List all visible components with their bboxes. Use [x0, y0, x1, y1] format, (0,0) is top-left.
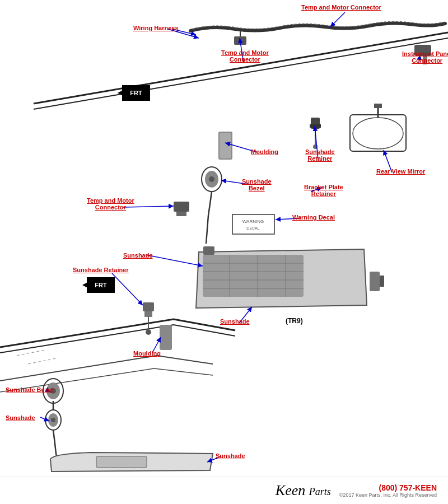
svg-rect-34	[232, 214, 274, 234]
svg-rect-22	[176, 212, 186, 216]
svg-rect-13	[220, 133, 231, 158]
svg-text:DECAL: DECAL	[246, 226, 259, 230]
label-moulding-top[interactable]: Moulding	[251, 148, 278, 155]
label-warning-decal[interactable]: Warning Decal	[292, 214, 335, 221]
svg-rect-31	[370, 272, 380, 291]
svg-rect-42	[143, 302, 154, 311]
svg-point-52	[51, 418, 55, 422]
label-moulding-bottom[interactable]: Moulding	[133, 350, 161, 357]
diagram-container: FRT	[0, 0, 448, 504]
label-temp-motor-connector-top[interactable]: Temp and Motor Connector	[301, 4, 381, 11]
label-sunshade-bezel-bottom[interactable]: Sunshade Bezel	[6, 386, 53, 393]
label-sunshade-bottom-right[interactable]: Sunshade	[216, 452, 245, 459]
svg-rect-33	[203, 246, 214, 255]
footer-phone[interactable]: (800) 757-KEEN	[339, 483, 437, 492]
svg-rect-7	[374, 104, 382, 108]
svg-rect-0	[0, 0, 448, 479]
logo-keen: Keen	[276, 482, 305, 498]
diagram-svg: FRT	[0, 0, 448, 479]
label-rear-view-mirror[interactable]: Rear View Mirror	[376, 168, 425, 175]
label-temp-motor-connector-mid[interactable]: Temp and MotorConnector	[221, 49, 269, 63]
svg-text:FRT: FRT	[130, 90, 142, 96]
label-sunshade-tr9[interactable]: Sunshade	[220, 318, 250, 325]
svg-point-45	[146, 329, 151, 335]
label-instrument-panel-connector[interactable]: Instrument PanelConnector	[402, 50, 448, 64]
label-tr9: (TR9)	[286, 317, 303, 325]
label-sunshade-retainer-mid[interactable]: Sunshade Retainer	[73, 267, 129, 273]
svg-text:WARNING: WARNING	[242, 219, 264, 224]
footer-info: (800) 757-KEEN ©2017 Keen Parts, Inc. Al…	[339, 483, 437, 498]
label-wiring-harness[interactable]: Wiring Harness	[133, 25, 179, 31]
label-sunshade-bottom-left[interactable]: Sunshade	[6, 414, 35, 421]
svg-rect-9	[310, 124, 321, 128]
svg-text:FRT: FRT	[95, 282, 107, 288]
svg-rect-23	[203, 255, 304, 297]
label-sunshade-mid[interactable]: Sunshade	[123, 252, 153, 259]
label-bracket-plate-retainer[interactable]: Bracket PlateRetainer	[304, 184, 343, 197]
svg-rect-32	[380, 276, 384, 287]
logo-parts: Parts	[309, 486, 331, 497]
label-temp-motor-connector-low[interactable]: Temp and MotorConnector	[87, 197, 134, 211]
footer: Keen Parts (800) 757-KEEN ©2017 Keen Par…	[0, 476, 448, 504]
label-sunshade-bezel-top[interactable]: SunshadeBezel	[242, 178, 272, 192]
svg-rect-54	[96, 456, 147, 468]
svg-rect-21	[174, 202, 189, 212]
svg-point-20	[209, 176, 214, 182]
svg-rect-43	[144, 311, 152, 317]
svg-rect-46	[160, 325, 172, 350]
label-sunshade-retainer-top[interactable]: SunshadeRetainer	[305, 148, 335, 162]
footer-copyright: ©2017 Keen Parts, Inc. All Rights Reserv…	[339, 492, 437, 498]
logo: Keen Parts	[276, 483, 331, 498]
